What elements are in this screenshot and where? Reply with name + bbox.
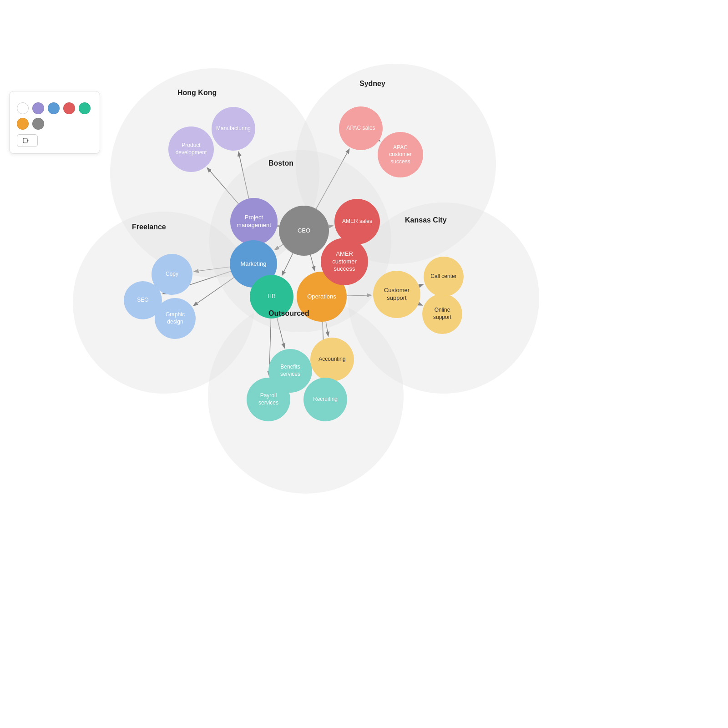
node-amer-sales[interactable]: AMER sales (334, 199, 380, 244)
node-apac-sales[interactable]: APAC sales (339, 106, 383, 150)
node-amer-customer-success[interactable]: AMERcustomersuccess (321, 238, 368, 285)
node-online-support[interactable]: Onlinesupport (422, 294, 462, 334)
region-label-kansas-city: Kansas City (405, 216, 447, 224)
region-label-outsourced: Outsourced (268, 309, 309, 318)
node-accounting[interactable]: Accounting (310, 338, 354, 381)
node-call-center[interactable]: Call center (424, 257, 464, 297)
node-apac-customer-success[interactable]: APACcustomersuccess (378, 132, 423, 177)
node-ceo[interactable]: CEO (279, 206, 329, 256)
node-manufacturing[interactable]: Manufacturing (212, 107, 255, 151)
diagram: CEOProjectmanagementManufacturingProduct… (0, 0, 728, 728)
region-label-boston: Boston (268, 159, 293, 167)
region-label-freelance: Freelance (132, 223, 166, 231)
node-recruiting[interactable]: Recruiting (303, 378, 347, 421)
region-label-sydney: Sydney (359, 80, 385, 88)
node-payroll-services[interactable]: Payrollservices (247, 378, 290, 421)
node-project-management[interactable]: Projectmanagement (230, 198, 278, 245)
region-label-hong-kong: Hong Kong (177, 89, 217, 97)
node-customer-support[interactable]: Customersupport (373, 271, 420, 318)
node-product-development[interactable]: Productdevelopment (168, 126, 214, 172)
node-graphic-design[interactable]: Graphicdesign (155, 298, 196, 339)
